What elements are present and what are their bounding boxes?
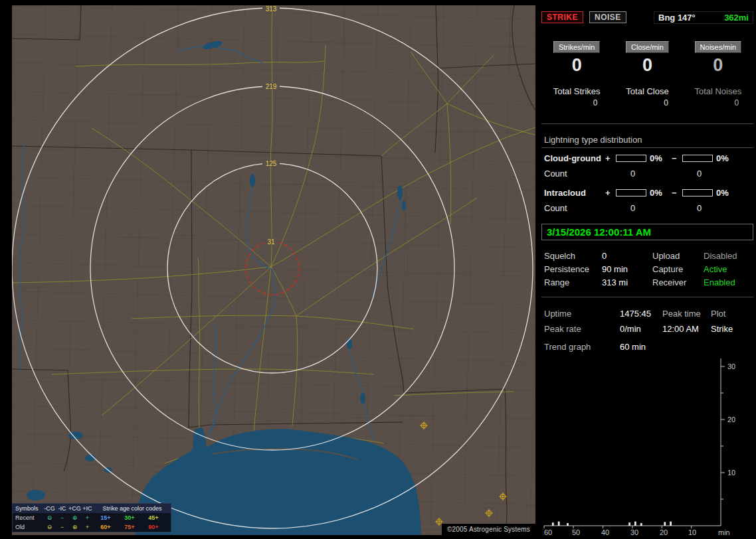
uptime-label: Uptime (544, 309, 620, 319)
divider (541, 147, 753, 148)
strikes-per-min-counter: Strikes/min 0 (541, 41, 612, 76)
receiver-value: Enabled (704, 277, 753, 287)
y-tick-30: 30 (727, 362, 735, 370)
trend-tick-labels: 30 20 10 60 50 40 30 20 10 min (544, 362, 735, 536)
ic-negative-count: 0 (682, 203, 716, 213)
control-panel: STRIKE NOISE Bng 147° 362mi Strikes/min … (541, 5, 753, 537)
persistence-label: Persistence (544, 264, 602, 274)
clock: 3/15/2026 12:00:11 AM (541, 224, 753, 240)
age-75-label: 75+ (118, 522, 142, 532)
range-value: 313 mi (602, 277, 652, 287)
upload-label: Upload (652, 251, 704, 261)
total-noises-label: Total Noises (683, 86, 753, 96)
legend-symbols-title: Symbols (13, 504, 43, 513)
map-canvas[interactable]: 313 219 125 31 (12, 5, 535, 535)
plot-label: Plot (711, 309, 753, 319)
peak-time-label: Peak time (662, 309, 711, 319)
upload-value: Disabled (704, 251, 753, 261)
strikes-per-min-value: 0 (572, 54, 582, 76)
x-unit-label: min (718, 528, 730, 536)
peak-time-value: 12:00 AM (662, 324, 711, 334)
legend-recent-label: Recent (13, 513, 43, 522)
bearing-label: Bng 147° (658, 13, 696, 23)
settings-row: Range 313 mi Receiver Enabled (541, 275, 753, 289)
peak-rate-value: 0/min (620, 324, 662, 334)
total-strikes-label: Total Strikes (541, 86, 612, 96)
bearing-distance: 362mi (724, 13, 749, 23)
x-tick-20: 20 (660, 528, 668, 536)
total-close: Total Close 0 (612, 86, 682, 108)
plot-value: Strike (711, 324, 753, 334)
copyright: ©2005 Astrogenic Systems (442, 524, 535, 535)
strike-mode-button[interactable]: STRIKE (541, 11, 583, 23)
ic-negative-pct: 0% (716, 188, 738, 198)
legend-old-row: Old ⊖ − ⊕ + 60+ 75+ 90+ (13, 522, 171, 532)
total-close-value: 0 (612, 98, 682, 108)
legend-col-neg-cg: -CG (43, 504, 56, 513)
close-per-min-value: 0 (642, 54, 652, 76)
cloud-ground-row: Cloud-ground + 0% − 0% (541, 153, 753, 163)
rate-counters: Strikes/min 0 Close/min 0 Noises/min 0 (541, 41, 753, 76)
age-15-label: 15+ (94, 513, 118, 522)
pos-ic-recent-icon: + (81, 513, 94, 522)
mode-bar: STRIKE NOISE Bng 147° 362mi (541, 11, 753, 24)
age-45-label: 45+ (142, 513, 165, 522)
uptime-value: 1475:45 (620, 309, 662, 319)
legend-age-title: Strike age color codes (94, 504, 171, 513)
status-settings: Squelch 0 Upload Disabled Persistence 90… (541, 249, 753, 289)
intracloud-label: Intracloud (544, 188, 605, 198)
cloud-ground-count-row: Count 0 0 (541, 169, 753, 179)
y-tick-20: 20 (727, 416, 735, 424)
neg-ic-old-icon: − (56, 522, 68, 532)
trend-axes (544, 358, 725, 528)
x-tick-50: 50 (572, 528, 580, 536)
legend-col-pos-cg: +CG (68, 504, 81, 513)
ic-positive-count: 0 (616, 203, 650, 213)
stats-row: Uptime 1475:45 Peak time Plot (541, 306, 753, 321)
pos-cg-old-icon: ⊕ (68, 522, 81, 532)
x-tick-30: 30 (630, 528, 638, 536)
close-per-min-counter: Close/min 0 (612, 41, 682, 76)
cg-positive-count: 0 (616, 169, 650, 179)
ring-label-31: 31 (267, 238, 275, 246)
legend-col-pos-ic: +IC (81, 504, 94, 513)
cloud-ground-label: Cloud-ground (544, 153, 605, 163)
noise-mode-button[interactable]: NOISE (589, 11, 626, 23)
receiver-label: Receiver (652, 277, 704, 287)
legend-col-neg-ic: -IC (56, 504, 68, 513)
plus-sign: + (605, 188, 616, 198)
intracloud-row: Intracloud + 0% − 0% (541, 188, 753, 198)
intracloud-count-row: Count 0 0 (541, 203, 753, 213)
ring-label-313: 313 (266, 5, 277, 13)
ring-label-125: 125 (266, 160, 277, 167)
settings-row: Persistence 90 min Capture Active (541, 262, 753, 275)
capture-label: Capture (652, 264, 704, 274)
settings-row: Squelch 0 Upload Disabled (541, 249, 753, 262)
squelch-value: 0 (602, 251, 652, 261)
y-tick-10: 10 (727, 469, 735, 477)
age-30-label: 30+ (118, 513, 142, 522)
cg-positive-pct: 0% (650, 153, 672, 163)
age-90-label: 90+ (142, 522, 165, 532)
persistence-value: 90 min (602, 264, 652, 274)
pos-cg-recent-icon: ⊕ (68, 513, 81, 522)
capture-value: Active (704, 264, 753, 274)
pos-ic-old-icon: + (81, 522, 94, 532)
legend-old-label: Old (13, 522, 43, 532)
bearing-readout: Bng 147° 362mi (654, 11, 753, 24)
noises-per-min-counter: Noises/min 0 (683, 41, 753, 76)
ic-positive-pct: 0% (650, 188, 672, 198)
legend-header-row: Symbols -CG -IC +CG +IC Strike age color… (13, 504, 171, 513)
cg-negative-count: 0 (682, 169, 716, 179)
neg-cg-old-icon: ⊖ (43, 522, 56, 532)
squelch-label: Squelch (544, 251, 602, 261)
total-strikes-value: 0 (541, 98, 612, 108)
distribution-title: Lightning type distribution (544, 135, 751, 145)
ic-negative-bar (682, 189, 713, 196)
trend-window-value: 60 min (620, 342, 662, 352)
neg-cg-recent-icon: ⊖ (43, 513, 56, 522)
stats-row: Peak rate 0/min 12:00 AM Strike (541, 321, 753, 337)
noises-per-min-value: 0 (713, 54, 723, 76)
peak-rate-label: Peak rate (544, 324, 620, 334)
x-tick-40: 40 (601, 528, 609, 536)
